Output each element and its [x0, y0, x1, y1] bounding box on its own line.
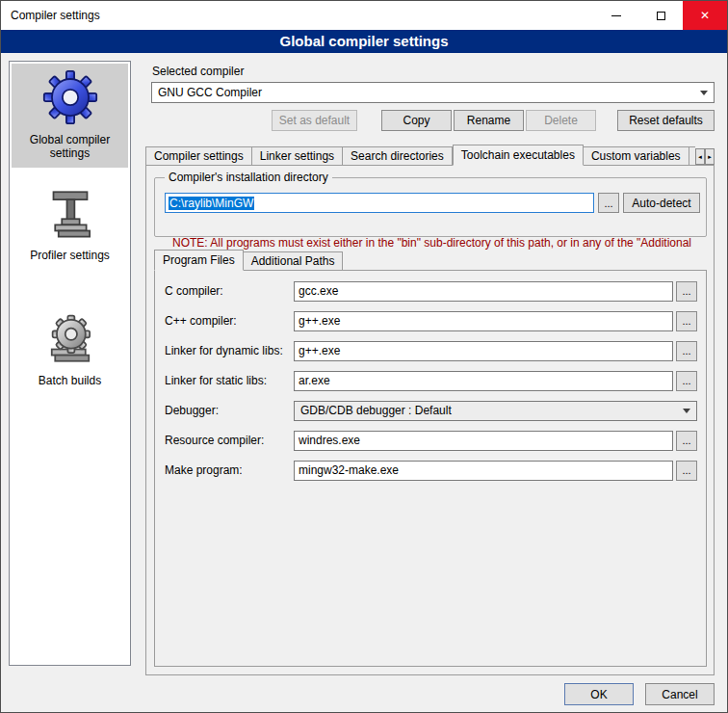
- sidebar-item-label: Batch builds: [39, 374, 101, 387]
- toolchain-executables-panel: Compiler's installation directory C:\ray…: [145, 165, 715, 675]
- form-row-c-compiler: C compiler: ...: [165, 280, 697, 302]
- minimize-button[interactable]: [594, 1, 638, 30]
- form-row-make-program: Make program: ...: [165, 460, 697, 481]
- form-row-resource-compiler: Resource compiler: ...: [165, 430, 697, 451]
- chevron-down-icon: [683, 409, 690, 413]
- cpp-compiler-input[interactable]: [294, 311, 673, 331]
- tab-custom-variables[interactable]: Custom variables: [584, 146, 689, 166]
- form-row-static-linker: Linker for static libs: ...: [165, 370, 697, 391]
- browse-c-compiler-button[interactable]: ...: [676, 281, 697, 302]
- tab-strip: Compiler settings Linker settings Search…: [145, 145, 695, 166]
- settings-category-list: Global compiler settings Profiler settin…: [9, 61, 131, 666]
- installation-directory-group: Compiler's installation directory C:\ray…: [154, 177, 707, 237]
- browse-installation-directory-button[interactable]: ...: [598, 193, 619, 213]
- installation-directory-input[interactable]: C:\raylib\MinGW: [165, 193, 594, 213]
- browse-make-program-button[interactable]: ...: [676, 461, 697, 481]
- reset-defaults-button[interactable]: Reset defaults: [617, 110, 715, 131]
- gray-gears-icon: [39, 312, 101, 369]
- field-label: Linker for dynamic libs:: [165, 344, 294, 357]
- tab-search-directories[interactable]: Search directories: [343, 146, 453, 166]
- dialog-banner: Global compiler settings: [1, 30, 727, 53]
- installation-directory-row: C:\raylib\MinGW ... Auto-detect: [165, 193, 700, 213]
- ok-button[interactable]: OK: [564, 683, 634, 705]
- maximize-button[interactable]: [638, 1, 683, 30]
- sidebar-item-label: Global compiler settings: [13, 133, 126, 160]
- subtab-strip: Program Files Additional Paths: [154, 250, 343, 271]
- close-button[interactable]: ✕: [683, 1, 727, 30]
- blue-gear-icon: [36, 69, 105, 128]
- delete-button: Delete: [526, 110, 596, 131]
- tab-compiler-settings[interactable]: Compiler settings: [145, 146, 252, 166]
- field-label: Debugger:: [165, 404, 294, 417]
- sidebar-item-profiler-settings[interactable]: Profiler settings: [12, 181, 128, 270]
- field-label: C compiler:: [165, 284, 294, 298]
- title-bar: Compiler settings ✕: [1, 1, 727, 30]
- chevron-down-icon: [700, 91, 708, 95]
- profiler-tool-icon: [39, 187, 101, 244]
- browse-cpp-compiler-button[interactable]: ...: [676, 311, 697, 331]
- form-row-cpp-compiler: C++ compiler: ...: [165, 310, 697, 331]
- browse-resource-compiler-button[interactable]: ...: [676, 431, 697, 451]
- set-as-default-button: Set as default: [272, 110, 357, 131]
- installation-directory-group-title: Compiler's installation directory: [165, 172, 332, 184]
- browse-static-linker-button[interactable]: ...: [676, 371, 697, 391]
- debugger-select-value: GDB/CDB debugger : Default: [300, 404, 452, 417]
- maximize-icon: [657, 12, 665, 20]
- compiler-select[interactable]: GNU GCC Compiler: [151, 82, 715, 103]
- field-label: C++ compiler:: [165, 314, 294, 328]
- form-row-debugger: Debugger: GDB/CDB debugger : Default: [165, 400, 697, 421]
- subtab-additional-paths[interactable]: Additional Paths: [244, 251, 344, 271]
- window-title: Compiler settings: [11, 9, 100, 22]
- compiler-settings-dialog: Compiler settings ✕ Global compiler sett…: [0, 0, 728, 713]
- selected-compiler-label: Selected compiler: [152, 65, 244, 78]
- close-icon: ✕: [700, 9, 710, 22]
- sidebar-item-batch-builds[interactable]: Batch builds: [12, 306, 128, 395]
- window-controls: ✕: [594, 1, 727, 30]
- field-label: Linker for static libs:: [165, 374, 294, 387]
- bin-subdirectory-note: NOTE: All programs must exist either in …: [172, 236, 714, 250]
- field-label: Make program:: [165, 463, 294, 477]
- browse-dynamic-linker-button[interactable]: ...: [676, 341, 697, 361]
- c-compiler-input[interactable]: [294, 281, 673, 302]
- static-linker-input[interactable]: [294, 371, 673, 391]
- program-files-panel: C compiler: ... C++ compiler: ... Linker…: [154, 270, 707, 667]
- compiler-select-value: GNU GCC Compiler: [158, 86, 262, 99]
- rename-button[interactable]: Rename: [454, 110, 524, 131]
- sidebar-item-label: Profiler settings: [30, 249, 110, 262]
- make-program-input[interactable]: [294, 461, 673, 481]
- resource-compiler-input[interactable]: [294, 431, 673, 451]
- form-row-dynamic-linker: Linker for dynamic libs: ...: [165, 340, 697, 361]
- cancel-button[interactable]: Cancel: [645, 683, 715, 705]
- tab-scroll-right-icon[interactable]: ►: [705, 148, 715, 165]
- tab-scroll-controls: ◄ ►: [695, 148, 715, 165]
- copy-button[interactable]: Copy: [381, 110, 452, 131]
- tab-linker-settings[interactable]: Linker settings: [252, 146, 343, 166]
- minimize-icon: [611, 15, 621, 16]
- subtab-program-files[interactable]: Program Files: [154, 250, 244, 271]
- debugger-select[interactable]: GDB/CDB debugger : Default: [294, 401, 697, 421]
- tab-scroll-left-icon[interactable]: ◄: [695, 148, 705, 165]
- installation-directory-selected-text: C:\raylib\MinGW: [169, 197, 254, 210]
- field-label: Resource compiler:: [165, 434, 294, 447]
- dynamic-linker-input[interactable]: [294, 341, 673, 361]
- sidebar-item-global-compiler-settings[interactable]: Global compiler settings: [12, 64, 128, 168]
- auto-detect-button[interactable]: Auto-detect: [623, 193, 700, 213]
- tab-toolchain-executables[interactable]: Toolchain executables: [453, 145, 584, 166]
